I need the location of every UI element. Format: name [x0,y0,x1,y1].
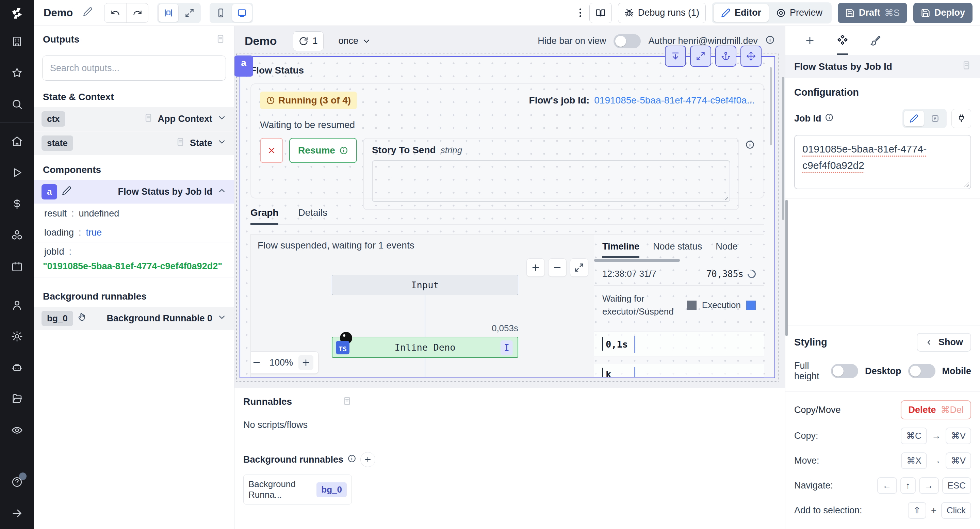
prop-row-jobid[interactable]: jobId: [34,242,234,258]
full-height-toggle[interactable] [831,364,858,378]
tab-timeline[interactable]: Timeline [602,241,640,258]
graph-zoom-in-button[interactable] [527,258,545,277]
component-settings-tab[interactable] [837,26,848,55]
edit-component-icon[interactable] [62,186,72,198]
static-mode-button[interactable] [904,111,924,126]
settings-nav-button[interactable] [0,321,34,352]
canvas-scrollbar[interactable] [782,77,784,220]
resize-handle[interactable] [964,182,969,187]
styling-tab[interactable] [870,26,881,55]
runs-nav-button[interactable] [0,157,34,188]
tab-details[interactable]: Details [298,207,327,224]
bg-runnable-item[interactable]: Background Runna... bg_0 [243,475,352,505]
outputs-doc-icon[interactable] [216,34,225,46]
delete-button[interactable]: Delete ⌘Del [901,400,971,419]
ctx-row[interactable]: ctx App Context [34,107,234,131]
form-info-icon[interactable] [745,140,755,152]
collapse-rail-button[interactable] [0,498,34,529]
prop-row-result[interactable]: result:undefined [34,204,234,223]
component-scrollbar[interactable] [770,67,772,145]
tab-graph[interactable]: Graph [250,207,278,225]
favorites-nav-button[interactable] [0,57,34,89]
search-outputs-input[interactable] [42,56,226,81]
zoom-out-button[interactable] [250,355,264,370]
workspace-nav-button[interactable] [0,26,34,57]
refresh-button[interactable]: 1 [293,31,323,51]
resize-handle[interactable] [723,194,728,200]
zoom-in-button[interactable] [298,355,313,370]
flow-graph-pane[interactable]: Flow suspended, waiting for 1 events Inp… [251,234,594,377]
workers-nav-button[interactable] [0,352,34,383]
chevron-down-icon[interactable] [217,113,227,125]
fullwidth-layout-button[interactable] [180,4,199,22]
schedule-dropdown[interactable]: once [339,36,372,46]
cancel-button[interactable] [260,138,283,163]
tab-node-status[interactable]: Node status [653,241,702,258]
expand-down-button[interactable] [665,46,686,67]
flow-job-id-link[interactable]: 0191085e-5baa-81ef-4774-c9ef4f0a... [594,95,755,106]
flow-status-component[interactable]: a Flow Status Running (3 of 4) [240,56,775,378]
play-icon [11,167,23,178]
chevron-down-icon[interactable] [217,137,227,149]
schedules-nav-button[interactable] [0,251,34,282]
user-nav-button[interactable] [0,289,34,321]
fullscreen-button[interactable] [690,46,711,67]
preview-tab[interactable]: Preview [769,4,830,22]
author-info-icon[interactable] [765,35,775,47]
desktop-toggle[interactable] [908,364,935,378]
help-button[interactable] [0,466,34,498]
deploy-button[interactable]: Deploy [913,3,972,23]
settings-scrollbar[interactable] [785,200,788,336]
redo-button[interactable] [126,3,148,22]
search-nav-button[interactable] [0,89,34,120]
billing-nav-button[interactable] [0,188,34,220]
insert-tab[interactable] [804,26,815,55]
runnables-title: Runnables [243,396,292,407]
anchor-button[interactable] [715,46,737,67]
job-id-info-icon[interactable] [825,113,834,124]
folders-nav-button[interactable] [0,383,34,414]
state-row[interactable]: state State [34,131,234,156]
show-styling-button[interactable]: Show [917,333,971,352]
bg-runnables-info-icon[interactable] [347,454,356,465]
desktop-view-button[interactable] [232,4,252,22]
chevron-down-icon[interactable] [217,312,227,324]
inline-deno-node[interactable]: TS Inline Deno I [332,337,518,358]
windmill-logo[interactable] [0,0,34,26]
input-node[interactable]: Input [332,275,518,295]
hide-bar-toggle[interactable] [614,34,641,48]
undo-button[interactable] [105,3,126,22]
story-textarea[interactable] [372,160,730,202]
connect-input-button[interactable] [951,109,971,128]
draft-button[interactable]: Draft ⌘S [838,3,907,23]
audit-nav-button[interactable] [0,414,34,446]
timeline-row[interactable]: 0,1s [594,331,764,357]
mobile-view-button[interactable] [211,4,231,22]
center-layout-button[interactable] [159,4,178,22]
runnables-doc-icon[interactable] [342,396,352,408]
resources-nav-button[interactable] [0,220,34,251]
resume-button[interactable]: Resume [289,138,357,163]
move-label: Move: [794,456,819,466]
prop-jobid-value[interactable]: "0191085e-5baa-81ef-4774-c9ef4f0a92d2" [34,258,234,277]
component-row[interactable]: a Flow Status by Job Id [34,180,234,204]
more-menu-button[interactable] [578,8,583,17]
editor-tab[interactable]: Editor [714,4,769,22]
home-nav-button[interactable] [0,126,34,157]
move-button[interactable] [740,46,762,67]
job-id-textarea[interactable]: 0191085e-5baa-81ef-4774- c9ef4f0a92d2 [794,135,971,189]
tab-node-definition[interactable]: Node [716,241,738,258]
bg-runnable-row[interactable]: bg_0 Background Runnable 0 [34,307,234,331]
expression-mode-button[interactable] [925,111,945,126]
docs-button[interactable] [589,3,612,23]
prop-row-loading[interactable]: loading:true [34,223,234,242]
debug-runs-button[interactable]: Debug runs (1) [618,3,706,23]
rename-app-icon[interactable] [83,7,92,19]
graph-fullscreen-button[interactable] [570,258,588,277]
settings-doc-icon[interactable] [962,61,971,73]
timeline-hscrollbar[interactable] [594,259,680,262]
timeline-row[interactable]: k [594,364,764,377]
component-tag[interactable]: a [234,56,253,76]
chevron-up-icon[interactable] [217,186,227,198]
graph-zoom-out-button[interactable] [548,258,566,277]
